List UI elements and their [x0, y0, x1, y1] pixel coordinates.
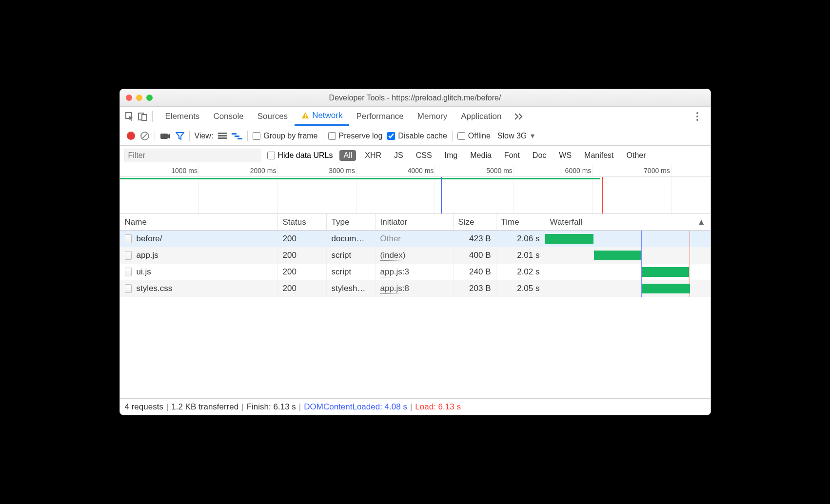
- svg-point-6: [696, 116, 698, 117]
- file-icon: [125, 284, 132, 293]
- hide-data-urls-checkbox[interactable]: Hide data URLs: [267, 151, 333, 160]
- tab-elements[interactable]: Elements: [158, 107, 207, 126]
- filter-type-doc[interactable]: Doc: [529, 150, 550, 161]
- filter-type-other[interactable]: Other: [623, 150, 650, 161]
- close-window-button[interactable]: [126, 95, 132, 101]
- column-header-waterfall[interactable]: Waterfall▲: [545, 214, 711, 230]
- status-bar: 4 requests| 1.2 KB transferred| Finish: …: [120, 398, 711, 415]
- svg-rect-2: [142, 115, 146, 120]
- tab-memory[interactable]: Memory: [411, 107, 454, 126]
- column-header-initiator[interactable]: Initiator: [375, 214, 454, 230]
- cell-type: script: [327, 264, 375, 280]
- svg-line-9: [142, 134, 147, 138]
- cell-time: 2.06 s: [496, 231, 545, 247]
- ruler-tick: 7000 ms: [644, 167, 671, 174]
- initiator-link[interactable]: app.js:8: [380, 284, 410, 294]
- svg-point-7: [696, 119, 698, 121]
- filter-type-media[interactable]: Media: [466, 150, 495, 161]
- device-toolbar-icon[interactable]: [138, 112, 147, 121]
- column-header-name[interactable]: Name: [120, 214, 278, 230]
- tab-sources[interactable]: Sources: [251, 107, 295, 126]
- table-row[interactable]: styles.css200stylesh…app.js:8203 B2.05 s: [120, 280, 711, 297]
- ruler-tick: 1000 ms: [171, 167, 198, 174]
- cell-initiator: app.js:3: [375, 264, 454, 280]
- cell-waterfall: [545, 264, 711, 280]
- panel-tabstrip: ElementsConsoleSourcesNetworkPerformance…: [120, 107, 711, 126]
- column-header-type[interactable]: Type: [327, 214, 375, 230]
- devtools-menu-button[interactable]: [689, 107, 706, 126]
- large-rows-button[interactable]: [218, 133, 227, 139]
- file-icon: [125, 268, 132, 276]
- clear-button[interactable]: [140, 131, 150, 141]
- cell-size: 423 B: [454, 231, 496, 247]
- waterfall-bar: [545, 234, 594, 244]
- waterfall-bar: [594, 251, 641, 260]
- table-row[interactable]: app.js200script(index)400 B2.01 s: [120, 247, 711, 264]
- filter-type-manifest[interactable]: Manifest: [580, 150, 617, 161]
- filter-toggle-button[interactable]: [176, 132, 184, 140]
- cell-name: styles.css: [120, 280, 278, 297]
- column-header-status[interactable]: Status: [278, 214, 327, 230]
- svg-point-5: [696, 112, 698, 114]
- svg-rect-14: [232, 133, 237, 135]
- filter-type-css[interactable]: CSS: [412, 150, 436, 161]
- filter-type-font[interactable]: Font: [500, 150, 524, 161]
- column-header-time[interactable]: Time: [496, 214, 545, 230]
- cell-time: 2.01 s: [496, 247, 545, 264]
- status-dcl: DOMContentLoaded: 4.08 s: [304, 402, 407, 412]
- ruler-tick: 6000 ms: [565, 167, 593, 174]
- tab-performance[interactable]: Performance: [349, 107, 410, 126]
- filter-input[interactable]: [124, 149, 260, 162]
- more-panels-button[interactable]: [508, 107, 530, 126]
- filter-type-img[interactable]: Img: [441, 150, 462, 161]
- sort-indicator-icon: ▲: [697, 217, 706, 227]
- filter-type-js[interactable]: JS: [390, 150, 407, 161]
- table-row[interactable]: before/200docum…Other423 B2.06 s: [120, 231, 711, 247]
- throttling-select[interactable]: Slow 3G ▾: [497, 131, 534, 140]
- cell-status: 200: [278, 264, 327, 280]
- file-icon: [125, 234, 132, 243]
- chevron-down-icon: ▾: [531, 131, 534, 140]
- preserve-log-checkbox[interactable]: Preserve log: [328, 132, 383, 140]
- cell-name: ui.js: [120, 264, 278, 280]
- titlebar: Developer Tools - https://preload.glitch…: [120, 89, 711, 107]
- minimize-window-button[interactable]: [136, 95, 142, 101]
- column-header-size[interactable]: Size: [454, 214, 496, 230]
- filter-type-all[interactable]: All: [339, 150, 356, 161]
- cell-waterfall: [545, 247, 711, 264]
- ruler-tick: 4000 ms: [408, 167, 435, 174]
- tab-network[interactable]: Network: [295, 107, 349, 126]
- filter-type-ws[interactable]: WS: [555, 150, 575, 161]
- table-row[interactable]: ui.js200scriptapp.js:3240 B2.02 s: [120, 264, 711, 280]
- cell-type: stylesh…: [327, 280, 375, 297]
- requests-table: NameStatusTypeInitiatorSizeTimeWaterfall…: [120, 214, 711, 398]
- cell-size: 203 B: [454, 280, 496, 297]
- group-by-frame-checkbox[interactable]: Group by frame: [253, 132, 317, 140]
- offline-checkbox[interactable]: Offline: [457, 132, 491, 140]
- cell-size: 240 B: [454, 264, 496, 280]
- inspect-element-icon[interactable]: [125, 112, 135, 121]
- waterfall-bar: [642, 284, 690, 293]
- record-button[interactable]: [127, 132, 135, 140]
- cell-type: script: [327, 247, 375, 264]
- tab-console[interactable]: Console: [206, 107, 250, 126]
- view-label: View:: [195, 132, 214, 140]
- cell-initiator: app.js:8: [375, 280, 454, 297]
- svg-rect-10: [160, 134, 168, 139]
- cell-initiator: (index): [375, 247, 454, 264]
- svg-rect-11: [218, 133, 227, 134]
- svg-rect-12: [218, 135, 227, 136]
- filter-type-xhr[interactable]: XHR: [361, 150, 385, 161]
- timeline-overview[interactable]: 1000 ms2000 ms3000 ms4000 ms5000 ms6000 …: [120, 165, 711, 214]
- zoom-window-button[interactable]: [146, 95, 153, 101]
- cell-time: 2.05 s: [496, 280, 545, 297]
- overview-toggle-button[interactable]: [232, 133, 242, 139]
- disable-cache-checkbox[interactable]: Disable cache: [387, 132, 447, 140]
- svg-rect-4: [305, 117, 306, 118]
- cell-type: docum…: [327, 231, 375, 247]
- screenshots-button[interactable]: [160, 132, 171, 140]
- cell-waterfall: [545, 231, 711, 247]
- initiator-link[interactable]: (index): [380, 251, 406, 261]
- initiator-link[interactable]: app.js:3: [380, 267, 410, 277]
- tab-application[interactable]: Application: [454, 107, 508, 126]
